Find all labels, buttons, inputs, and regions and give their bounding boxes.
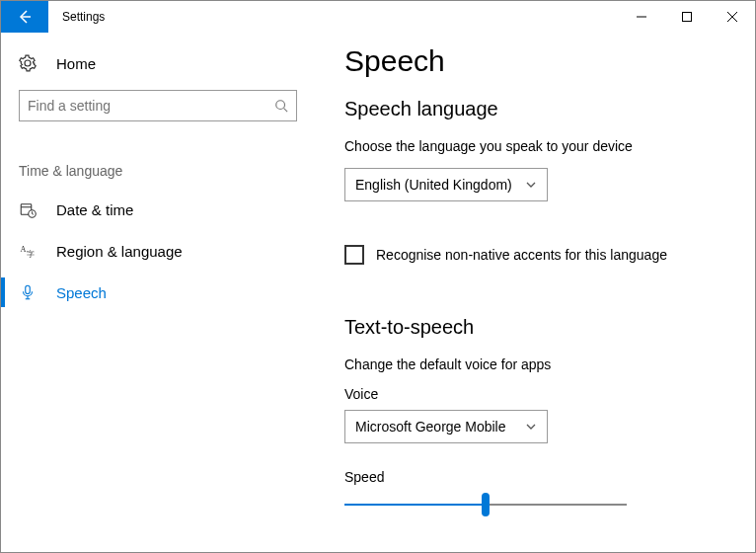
nav-region-language[interactable]: A字 Region & language <box>1 230 315 272</box>
sidebar: Home Time & language Date & time A字 Regi… <box>1 33 315 552</box>
main-panel: Speech Speech language Choose the langua… <box>315 33 755 552</box>
window-controls <box>619 1 755 33</box>
speed-label: Speed <box>344 469 725 485</box>
category-heading: Time & language <box>1 163 315 179</box>
window-title: Settings <box>48 1 105 33</box>
chevron-down-icon <box>525 421 537 433</box>
back-button[interactable] <box>1 1 48 33</box>
arrow-left-icon <box>17 9 33 25</box>
maximize-icon <box>682 12 692 22</box>
close-button[interactable] <box>710 1 755 33</box>
accents-checkbox[interactable] <box>344 245 364 265</box>
svg-rect-2 <box>683 13 692 22</box>
maximize-button[interactable] <box>664 1 710 33</box>
speech-language-dropdown[interactable]: English (United Kingdom) <box>344 168 548 201</box>
search-icon <box>274 99 288 113</box>
svg-text:A: A <box>21 245 27 254</box>
search-container <box>19 90 297 121</box>
nav-date-time[interactable]: Date & time <box>1 189 315 230</box>
svg-rect-12 <box>26 285 31 293</box>
search-input[interactable] <box>28 98 274 114</box>
page-title: Speech <box>344 44 725 78</box>
search-box[interactable] <box>19 90 297 121</box>
minimize-button[interactable] <box>619 1 664 33</box>
nav-item-label: Region & language <box>56 243 183 260</box>
home-nav[interactable]: Home <box>1 44 315 82</box>
slider-fill <box>344 504 486 506</box>
tts-desc: Change the default voice for apps <box>344 356 725 372</box>
home-label: Home <box>56 55 96 72</box>
nav-speech[interactable]: Speech <box>1 272 315 313</box>
svg-line-6 <box>284 109 288 113</box>
chevron-down-icon <box>525 179 537 191</box>
dropdown-value: English (United Kingdom) <box>355 177 512 193</box>
language-icon: A字 <box>19 242 37 260</box>
slider-thumb[interactable] <box>482 493 490 516</box>
minimize-icon <box>637 12 646 22</box>
speed-slider[interactable] <box>344 493 627 516</box>
gear-icon <box>19 54 37 72</box>
voice-label: Voice <box>344 386 725 402</box>
microphone-icon <box>19 283 37 301</box>
svg-point-5 <box>276 101 285 110</box>
accents-checkbox-label: Recognise non-native accents for this la… <box>376 247 667 263</box>
nav-item-label: Speech <box>56 284 107 301</box>
nav-item-label: Date & time <box>56 201 133 218</box>
section-speech-language-title: Speech language <box>344 98 725 120</box>
titlebar-spacer[interactable] <box>105 1 619 33</box>
speech-language-desc: Choose the language you speak to your de… <box>344 138 725 154</box>
svg-text:字: 字 <box>27 250 35 259</box>
section-tts-title: Text-to-speech <box>344 316 725 339</box>
titlebar: Settings <box>1 1 755 33</box>
close-icon <box>727 12 737 22</box>
accents-checkbox-row[interactable]: Recognise non-native accents for this la… <box>344 245 725 265</box>
dropdown-value: Microsoft George Mobile <box>355 419 506 434</box>
calendar-clock-icon <box>19 200 37 218</box>
voice-dropdown[interactable]: Microsoft George Mobile <box>344 410 548 443</box>
